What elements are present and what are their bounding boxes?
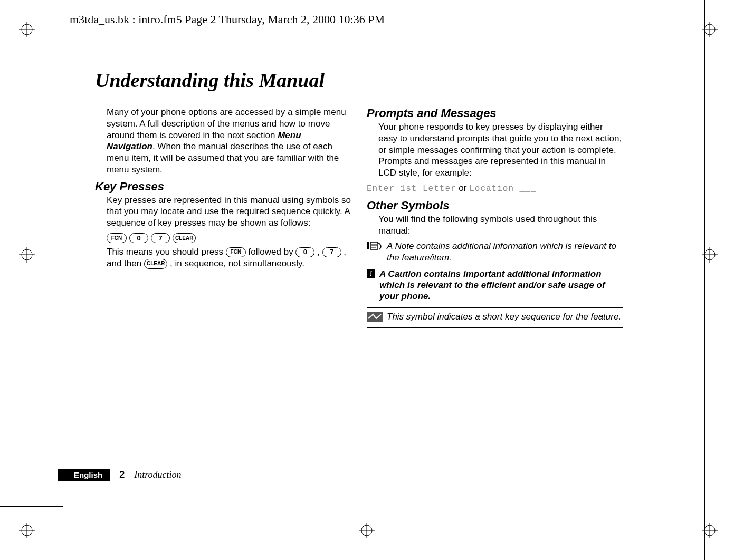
fcn-key-icon: FCN	[226, 247, 246, 257]
intro-text-a: Many of your phone options are accessed …	[107, 107, 346, 140]
note-row: A Note contains additional information w…	[367, 240, 623, 263]
trim-line	[657, 518, 657, 560]
running-header: m3tda_us.bk : intro.fm5 Page 2 Thursday,…	[70, 13, 385, 26]
divider-line	[367, 307, 623, 308]
other-symbols-intro: You will find the following symbols used…	[367, 214, 623, 237]
kp2-a: This means you should press	[107, 247, 226, 257]
heading-other-symbols: Other Symbols	[367, 199, 623, 213]
divider-line	[367, 327, 623, 328]
clear-key-icon: CLEAR	[144, 259, 167, 269]
note-text: A Note contains additional information w…	[387, 240, 623, 263]
page-footer: English 2 Introduction	[58, 469, 182, 481]
zero-key-icon: 0	[295, 247, 314, 257]
crop-mark-icon	[699, 18, 721, 41]
lcd-text-2: Location ___	[469, 184, 536, 194]
trim-line	[704, 0, 705, 560]
page-title: Understanding this Manual	[95, 69, 625, 92]
caution-text: A Caution contains important additional …	[379, 268, 623, 302]
kp2-c: ,	[317, 247, 322, 257]
key-sequence-example: FCN 0 7 CLEAR	[95, 233, 351, 243]
seven-key-icon: 7	[322, 247, 341, 257]
trim-line	[0, 53, 63, 53]
crop-mark-icon	[16, 18, 38, 41]
note-icon	[367, 240, 383, 252]
trim-line	[0, 529, 681, 529]
crop-mark-icon	[356, 519, 378, 542]
clear-key-icon: CLEAR	[173, 233, 196, 243]
lcd-text-1: Enter 1st Letter	[367, 184, 456, 194]
section-name: Introduction	[134, 469, 181, 480]
kp2-e: , in sequence, not simultaneously.	[170, 258, 304, 268]
crop-mark-icon	[16, 244, 38, 266]
seven-key-icon: 7	[151, 233, 170, 243]
crop-mark-icon	[699, 519, 721, 542]
language-tag: English	[58, 469, 110, 481]
heading-prompts-messages: Prompts and Messages	[367, 107, 623, 120]
trim-line	[53, 31, 734, 31]
shortcut-icon	[367, 312, 383, 322]
crop-mark-icon	[699, 244, 721, 266]
kp2-b: followed by	[249, 247, 296, 257]
key-sequence-explanation: This means you should press FCN followed…	[95, 246, 351, 269]
heading-key-presses: Key Presses	[95, 180, 351, 194]
svg-rect-21	[367, 242, 369, 249]
crop-mark-icon	[16, 519, 38, 542]
prompts-paragraph: Your phone responds to key presses by di…	[367, 121, 623, 179]
lcd-example: Enter 1st Letter or Location ___	[367, 183, 623, 194]
page-number: 2	[119, 469, 125, 480]
key-presses-paragraph: Key presses are represented in this manu…	[95, 195, 351, 229]
trim-line	[657, 0, 657, 53]
trim-line	[0, 506, 63, 507]
fcn-key-icon: FCN	[107, 233, 127, 243]
lcd-or: or	[456, 183, 470, 193]
shortcut-row: This symbol indicates a short key sequen…	[367, 311, 623, 322]
zero-key-icon: 0	[129, 233, 148, 243]
intro-paragraph: Many of your phone options are accessed …	[95, 107, 351, 176]
caution-icon: !	[367, 269, 375, 278]
shortcut-text: This symbol indicates a short key sequen…	[387, 311, 621, 322]
caution-row: ! A Caution contains important additiona…	[367, 268, 623, 302]
